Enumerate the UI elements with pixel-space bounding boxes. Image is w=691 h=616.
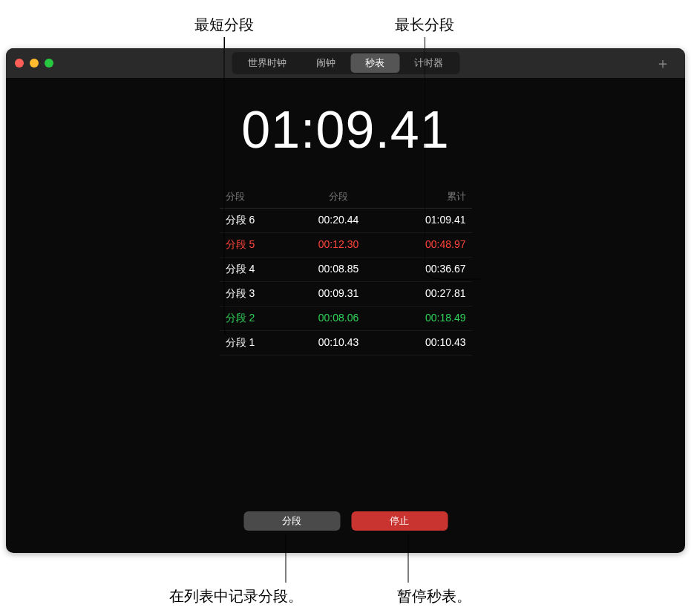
lap-row: 分段 1 00:10.43 00:10.43 (220, 331, 472, 355)
add-button[interactable]: ＋ (655, 53, 670, 73)
callout-shortest-lap: 最短分段 (194, 15, 254, 35)
lap-split: 00:09.31 (296, 287, 381, 301)
callout-connector (401, 534, 416, 586)
lap-split: 00:20.44 (296, 214, 381, 227)
lap-split: 00:12.30 (296, 238, 381, 252)
callout-pause-stopwatch: 暂停秒表。 (397, 586, 471, 606)
close-button[interactable] (15, 59, 24, 68)
lap-split: 00:10.43 (296, 336, 381, 350)
tab-stopwatch[interactable]: 秒表 (350, 53, 399, 73)
stop-button[interactable]: 停止 (351, 511, 448, 531)
lap-total: 00:18.49 (381, 312, 465, 325)
fullscreen-button[interactable] (45, 59, 53, 68)
minimize-button[interactable] (30, 59, 39, 68)
callout-connector (193, 37, 245, 349)
window-controls (15, 59, 53, 68)
callout-longest-lap: 最长分段 (395, 15, 454, 35)
callout-connector (278, 534, 293, 586)
lap-button[interactable]: 分段 (243, 511, 340, 531)
tab-alarm[interactable]: 闹钟 (301, 53, 350, 73)
callout-record-lap: 在列表中记录分段。 (169, 586, 303, 606)
callout-connector (425, 37, 499, 289)
lap-split: 00:08.85 (296, 263, 381, 276)
time-display: 01:09.41 (6, 100, 685, 160)
app-window: 世界时钟 闹钟 秒表 计时器 ＋ 01:09.41 分段 分段 累计 分段 6 … (6, 48, 685, 553)
header-split: 分段 (296, 190, 381, 203)
stopwatch-content: 01:09.41 分段 分段 累计 分段 6 00:20.44 01:09.41… (6, 78, 685, 355)
plus-icon: ＋ (655, 55, 670, 71)
lap-row-shortest: 分段 2 00:08.06 00:18.49 (220, 307, 472, 331)
lap-split: 00:08.06 (296, 312, 381, 325)
title-bar: 世界时钟 闹钟 秒表 计时器 ＋ (6, 48, 685, 78)
lap-total: 00:10.43 (381, 336, 465, 350)
button-bar: 分段 停止 (243, 511, 448, 531)
